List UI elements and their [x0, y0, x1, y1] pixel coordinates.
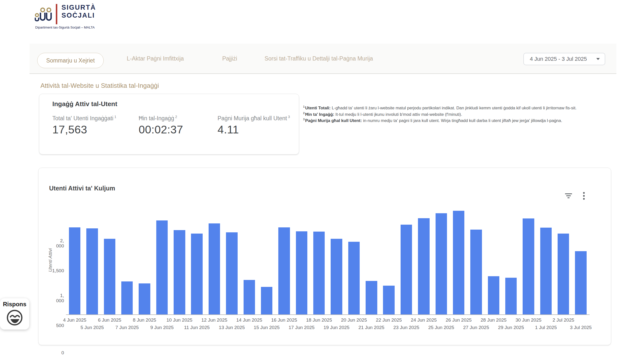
bar[interactable]	[366, 281, 377, 314]
footnote-1: 1Utenti Totali: L-għadd ta' utenti li ża…	[303, 104, 625, 110]
metric-pageviews-per-user: Paġni Murija għal kull Utent3 4.11	[218, 115, 290, 136]
bar-slot: 26 Jun 2025	[450, 206, 467, 314]
bar-slot: 2 Jul 2025	[555, 206, 572, 314]
chart-toolbar	[564, 192, 588, 200]
bar[interactable]	[453, 211, 464, 314]
bar-slot: 5 Jun 2025	[83, 206, 101, 314]
bar[interactable]	[540, 228, 552, 314]
x-axis-label: 1 Jul 2025	[535, 325, 557, 330]
bar[interactable]	[139, 284, 150, 314]
tab-sommarju-u-xejriet[interactable]: Sommarju u Xejriet	[37, 53, 104, 68]
bar[interactable]	[174, 230, 185, 314]
bar[interactable]	[86, 228, 98, 314]
bar-slot: 6 Jun 2025	[101, 206, 118, 314]
tab-pajjizi[interactable]: Pajjiżi	[222, 44, 237, 74]
bar[interactable]	[191, 234, 202, 314]
date-range-selector[interactable]: 4 Jun 2025 - 3 Jul 2025	[523, 53, 605, 65]
x-axis-label: 10 Jun 2025	[166, 318, 193, 323]
feedback-label: Rispons	[3, 301, 27, 308]
bar-slot: 3 Jul 2025	[572, 206, 589, 314]
x-axis-label: 27 Jun 2025	[463, 325, 489, 330]
x-axis-label: 3 Jul 2025	[570, 325, 592, 330]
x-axis-label: 30 Jun 2025	[515, 318, 541, 323]
metric-label-text: Ħin tal-Ingaġġ	[139, 115, 174, 122]
bar[interactable]	[296, 231, 307, 314]
bar[interactable]	[505, 278, 517, 314]
footnote-term: Utenti Totali:	[305, 106, 331, 110]
x-axis-label: 4 Jun 2025	[63, 318, 86, 323]
bar[interactable]	[156, 220, 168, 314]
bar[interactable]	[348, 242, 360, 314]
filter-list-icon[interactable]	[564, 192, 573, 200]
footnote-3: 3Paġni Murija għal kull Utent: in-numru …	[303, 117, 625, 123]
x-axis-label: 22 Jun 2025	[376, 318, 402, 323]
footnote-marker: 1	[303, 105, 305, 108]
bar[interactable]	[226, 232, 237, 314]
brand-title: SIGURTÀ SOĊJALI	[62, 4, 96, 19]
engagement-scorecard: Ingaġġ Attiv tal-Utent Total ta' Utenti …	[39, 94, 299, 154]
bar[interactable]	[313, 232, 325, 314]
footnote-text: It-tul medju li l-utenti jkunu involuti …	[334, 112, 462, 116]
tab-sorsi-tat-traffiku[interactable]: Sorsi tat-Traffiku u Dettalji tal-Paġna …	[264, 44, 373, 74]
x-axis-label: 24 Jun 2025	[411, 318, 437, 323]
bar-slot: 18 Jun 2025	[310, 206, 328, 314]
metric-label-text: Total ta' Utenti Ingaġġati	[52, 115, 113, 122]
x-axis-label: 17 Jun 2025	[289, 325, 315, 330]
x-axis-label: 6 Jun 2025	[98, 318, 121, 323]
bar[interactable]	[558, 234, 569, 314]
x-axis-label: 9 Jun 2025	[150, 325, 174, 330]
bar-slot: 25 Jun 2025	[433, 206, 450, 314]
metric-engagement-time: Ħin tal-Ingaġġ2 00:02:37	[139, 115, 183, 136]
bar[interactable]	[383, 286, 394, 314]
metric-value: 4.11	[218, 123, 290, 136]
bar[interactable]	[331, 239, 342, 314]
x-axis-label: 2 Jul 2025	[552, 318, 574, 323]
y-axis-title: Utenti Attivi	[48, 248, 53, 272]
date-range-value: 4 Jun 2025 - 3 Jul 2025	[530, 56, 587, 62]
metric-footnote-marker: 1	[114, 115, 116, 119]
brand-title-line1: SIGURTÀ	[62, 4, 96, 12]
feedback-button[interactable]: Rispons	[0, 298, 29, 330]
bar[interactable]	[488, 276, 499, 314]
x-axis-label: 5 Jun 2025	[81, 325, 104, 330]
bar[interactable]	[69, 228, 80, 314]
footnote-text: in-numru medju ta' paġni li jara kull ut…	[362, 118, 562, 123]
bar-slot: 11 Jun 2025	[188, 206, 206, 314]
people-logo-icon	[35, 6, 52, 21]
bar[interactable]	[575, 251, 586, 314]
bar[interactable]	[209, 224, 220, 314]
bar[interactable]	[261, 287, 272, 314]
x-axis-label: 15 Jun 2025	[254, 325, 280, 330]
footnote-term: Ħin ta' Ingaġġ:	[305, 112, 334, 116]
x-axis-label: 16 Jun 2025	[271, 318, 297, 323]
brand-subtitle: Dipartiment tas-Sigurtà Soċjali – MALTA	[35, 26, 95, 29]
bar[interactable]	[470, 230, 482, 314]
bar[interactable]	[436, 213, 447, 314]
footnote-marker: 3	[303, 118, 305, 121]
daily-active-users-chart-card: Utenti Attivi ta' Kuljum 2, 0001,5001, 0…	[38, 168, 611, 345]
x-axis-label: 14 Jun 2025	[236, 318, 262, 323]
bar[interactable]	[244, 280, 255, 314]
dashboard-page: SIGURTÀ SOĊJALI Dipartiment tas-Sigurtà …	[0, 0, 635, 364]
bar[interactable]	[401, 225, 412, 314]
bar-slot: 15 Jun 2025	[258, 206, 275, 314]
bar[interactable]	[121, 282, 133, 314]
bar-slot: 13 Jun 2025	[223, 206, 240, 314]
tab-l-aktar-pagni-imfittxija[interactable]: L-Aktar Paġni Imfittxija	[127, 44, 184, 74]
chevron-down-icon	[596, 58, 600, 60]
bar-slot: 27 Jun 2025	[467, 206, 485, 314]
bar[interactable]	[278, 228, 290, 314]
chart-title: Utenti Attivi ta' Kuljum	[49, 185, 115, 192]
bar[interactable]	[418, 218, 429, 315]
bar-slot: 17 Jun 2025	[293, 206, 310, 314]
bar[interactable]	[104, 239, 115, 314]
bar-slot: 7 Jun 2025	[118, 206, 136, 314]
footnote-text: L-għadd ta' utenti li żaru l-website mat…	[331, 106, 577, 110]
plot-bars: 4 Jun 20255 Jun 20256 Jun 20257 Jun 2025…	[66, 206, 590, 315]
x-axis-label: 19 Jun 2025	[323, 325, 349, 330]
kebab-menu-icon[interactable]	[580, 192, 588, 200]
bar-slot: 29 Jun 2025	[502, 206, 520, 314]
bar-slot: 4 Jun 2025	[66, 206, 83, 314]
bar[interactable]	[523, 218, 534, 314]
bar-slot: 20 Jun 2025	[345, 206, 363, 314]
